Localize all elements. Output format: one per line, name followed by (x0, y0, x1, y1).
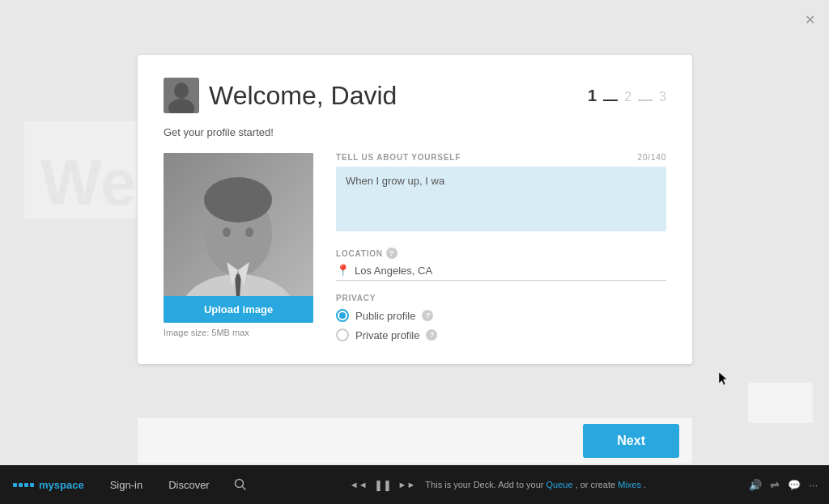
location-pin-icon: 📍 (336, 264, 350, 277)
content-area: Upload image Image size: 5MB max TELL US… (164, 153, 666, 364)
public-help-icon[interactable]: ? (422, 310, 433, 321)
taskbar-right: 🔊 ⇌ 💬 ··· (738, 478, 829, 491)
discover-button[interactable]: Discover (155, 465, 223, 504)
avatar-small (164, 78, 199, 113)
close-button[interactable]: ✕ (801, 11, 818, 28)
location-input-wrapper: 📍 (336, 264, 666, 281)
next-media-button[interactable]: ►► (398, 480, 416, 489)
location-input[interactable] (355, 265, 666, 277)
svg-point-8 (223, 227, 231, 237)
step-2-line (638, 100, 653, 101)
taskbar: myspace Sign-in Discover ◄◄ ❚❚ ►► This i… (0, 465, 829, 504)
background-card-right (748, 383, 813, 423)
step-indicators: 1 2 3 (588, 87, 666, 104)
taskbar-logo: myspace (0, 479, 97, 491)
step-3: 3 (659, 91, 666, 104)
profile-image-box: Upload image (164, 153, 313, 323)
myspace-logo-icon (13, 483, 34, 487)
bio-textarea[interactable]: When I grow up, I wa (336, 167, 666, 231)
step-1-line (603, 100, 618, 101)
queue-link[interactable]: Queue (546, 480, 573, 489)
private-profile-option[interactable]: Private profile ? (336, 328, 666, 341)
mouse-cursor (719, 372, 729, 387)
upload-image-button[interactable]: Upload image (164, 296, 313, 323)
taskbar-nav: Sign-in Discover (97, 465, 258, 504)
prev-media-button[interactable]: ◄◄ (350, 480, 368, 489)
deck-info: This is your Deck. Add to your Queue , o… (425, 480, 646, 489)
comment-icon[interactable]: 💬 (788, 479, 801, 491)
taskbar-center: ◄◄ ❚❚ ►► This is your Deck. Add to your … (258, 479, 738, 491)
signin-button[interactable]: Sign-in (97, 465, 155, 504)
public-profile-option[interactable]: Public profile ? (336, 309, 666, 322)
header-row: Welcome, David 1 2 3 (164, 78, 666, 113)
svg-point-13 (235, 480, 243, 488)
page-title: Welcome, David (209, 81, 397, 111)
private-radio[interactable] (336, 328, 349, 341)
svg-point-1 (174, 83, 189, 99)
privacy-label: PRIVACY (336, 294, 666, 303)
main-card: Welcome, David 1 2 3 Get your profile st… (138, 55, 692, 364)
public-profile-label: Public profile (355, 310, 415, 322)
image-size-note: Image size: 5MB max (164, 328, 313, 337)
next-button[interactable]: Next (583, 424, 679, 458)
privacy-section: PRIVACY Public profile ? Private profile… (336, 294, 666, 341)
logo-text: myspace (39, 479, 84, 491)
mixes-link[interactable]: Mixes (618, 480, 641, 489)
media-controls: ◄◄ ❚❚ ►► (350, 479, 416, 491)
right-column: TELL US ABOUT YOURSELF 20/140 When I gro… (336, 153, 666, 348)
location-field-group: LOCATION ? 📍 (336, 248, 666, 281)
shuffle-icon[interactable]: ⇌ (770, 478, 780, 491)
left-column: Upload image Image size: 5MB max (164, 153, 313, 337)
footer-bar: Next (138, 417, 692, 464)
svg-point-9 (245, 227, 253, 237)
location-field-label: LOCATION ? (336, 248, 666, 259)
subtitle: Get your profile started! (164, 126, 666, 138)
svg-line-14 (242, 487, 245, 490)
location-help-icon[interactable]: ? (386, 248, 397, 259)
private-help-icon[interactable]: ? (426, 329, 437, 341)
svg-point-7 (204, 177, 272, 222)
volume-icon[interactable]: 🔊 (749, 479, 762, 491)
private-profile-label: Private profile (355, 329, 419, 341)
bio-field-label: TELL US ABOUT YOURSELF 20/140 (336, 153, 666, 162)
search-button[interactable] (223, 465, 258, 504)
char-count: 20/140 (638, 153, 666, 162)
public-radio[interactable] (336, 309, 349, 322)
bio-field-group: TELL US ABOUT YOURSELF 20/140 When I gro… (336, 153, 666, 248)
step-1: 1 (588, 87, 597, 104)
header-left: Welcome, David (164, 78, 397, 113)
play-pause-button[interactable]: ❚❚ (374, 479, 392, 491)
step-2: 2 (624, 91, 631, 104)
background-card-left (24, 121, 154, 218)
dots-icon[interactable]: ··· (809, 479, 818, 491)
